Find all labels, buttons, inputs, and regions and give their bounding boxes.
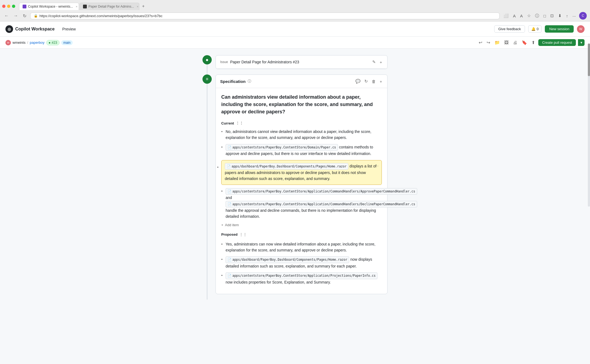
- proposed-item-2: 📄 apps/dashboard/PaperBoy.Dashboard/Comp…: [221, 256, 382, 269]
- add-item-label: Add item: [225, 223, 239, 227]
- proposed-section-label: Proposed ⋮⋮: [221, 232, 382, 237]
- tab-close-button[interactable]: ×: [76, 5, 77, 8]
- specification-comment-button[interactable]: 💬: [355, 78, 361, 85]
- airplay-button[interactable]: ⊡: [549, 12, 555, 19]
- bookmark-button[interactable]: 🔖: [521, 39, 528, 46]
- file-icon-p2: 📄: [228, 257, 231, 262]
- sub-header: W wmeints / paperboy ● #23 main ↩ ↪ 📁 🖼 …: [0, 37, 590, 49]
- preview-button[interactable]: Preview: [60, 25, 78, 33]
- user-avatar-small: W: [5, 40, 11, 45]
- proposed-item-2-code: 📄 apps/dashboard/PaperBoy.Dashboard/Comp…: [226, 256, 349, 263]
- breadcrumb-user: wmeints: [13, 41, 26, 45]
- specification-dot: ≡: [202, 74, 212, 84]
- current-item-4-suffix: handle the approval and decline commands…: [226, 208, 376, 219]
- file-icon-4a: 📄: [228, 189, 231, 194]
- breadcrumb-repo[interactable]: paperboy: [30, 41, 44, 45]
- header-nav: Preview: [60, 25, 489, 33]
- scrollbar-track[interactable]: [588, 43, 590, 207]
- translate-button[interactable]: A: [519, 13, 524, 19]
- notification-button[interactable]: 🔔 0: [528, 25, 542, 33]
- user-avatar[interactable]: W: [577, 25, 585, 33]
- url-text: https://copilot-workspace.githubnext.com…: [39, 14, 162, 18]
- current-item-2-code-ref: apps/contentstore/PaperBoy.ContentStore/…: [232, 145, 336, 150]
- proposed-item-3-suffix: now includes properties for Score, Expla…: [226, 280, 331, 284]
- specification-delete-button[interactable]: 🗑: [371, 78, 377, 85]
- forward-button[interactable]: →: [13, 13, 19, 19]
- breadcrumb-separator: /: [27, 41, 28, 45]
- bell-icon: 🔔: [531, 27, 536, 31]
- current-item-3-content: 📄 apps/dashboard/PaperBoy.Dashboard/Comp…: [225, 164, 376, 181]
- reader-button[interactable]: □: [542, 13, 547, 19]
- current-label-text: Current: [221, 121, 234, 125]
- current-item-4: 📄 apps/contentstore/PaperBoy.ContentStor…: [221, 188, 382, 220]
- star-button[interactable]: ☆: [526, 12, 532, 19]
- specification-card-header: Specification ⓘ 💬 ↻ 🗑 +: [216, 75, 387, 88]
- specification-refresh-button[interactable]: ↻: [364, 78, 369, 85]
- add-icon: +: [221, 223, 223, 227]
- issue-dot: ●: [202, 55, 212, 64]
- maximize-window-button[interactable]: [12, 5, 15, 8]
- proposed-items-list: Yes, administrators can now view detaile…: [221, 241, 382, 285]
- app-logo: ◎ Copilot Workspace: [5, 25, 55, 33]
- current-item-4-code-ref-2: apps/contentstore/PaperBoy.ContentStore/…: [232, 202, 415, 207]
- proposed-item-3-code: 📄 apps/contentstore/PaperBoy.ContentStor…: [226, 272, 377, 279]
- share-button[interactable]: ⬆: [530, 39, 536, 46]
- app-header: ◎ Copilot Workspace Preview Give feedbac…: [0, 21, 590, 37]
- minimize-window-button[interactable]: [7, 5, 10, 8]
- scrollbar-thumb[interactable]: [588, 43, 590, 76]
- print-button[interactable]: 🖨: [512, 39, 518, 46]
- tab-2-close-button[interactable]: ×: [137, 5, 138, 8]
- current-item-2-code: 📄 apps/contentstore/PaperBoy.ContentStor…: [226, 144, 338, 151]
- file-icon-4b: 📄: [228, 202, 231, 207]
- specification-question: Can administrators view detailed informa…: [221, 94, 382, 116]
- issue-card-header: Issue Paper Detail Page for Administrato…: [216, 55, 387, 69]
- current-item-1-text: No, administrators cannot view detailed …: [226, 129, 371, 140]
- give-feedback-button[interactable]: Give feedback: [494, 25, 525, 33]
- add-item-row[interactable]: + Add item: [221, 223, 382, 227]
- issue-edit-button[interactable]: ✎: [371, 59, 377, 65]
- tab-label-2: Paper Detail Page for Admins...: [88, 5, 134, 8]
- github-tab-favicon: [83, 5, 87, 8]
- folder-button[interactable]: 📁: [493, 39, 501, 46]
- create-pr-button[interactable]: Create pull request: [538, 39, 576, 46]
- specification-card-header-right: 💬 ↻ 🗑 +: [355, 78, 383, 85]
- redo-button[interactable]: ↪: [485, 39, 491, 46]
- issue-card: Issue Paper Detail Page for Administrato…: [216, 55, 388, 69]
- browser-chrome: Copilot Workspace - wmeints... × Paper D…: [0, 0, 590, 21]
- image-button[interactable]: 🖼: [503, 39, 510, 46]
- proposed-label-text: Proposed: [221, 232, 238, 237]
- extensions-button[interactable]: ⬜: [502, 12, 510, 19]
- security-button[interactable]: ⓘ: [534, 12, 540, 20]
- create-pr-dropdown-button[interactable]: ▾: [578, 39, 585, 46]
- back-button[interactable]: ←: [3, 13, 10, 19]
- app-name: Copilot Workspace: [15, 27, 55, 32]
- current-item-4-content: 📄 apps/contentstore/PaperBoy.ContentStor…: [226, 188, 382, 220]
- proposed-item-3-code-ref: apps/contentstore/PaperBoy.ContentStore/…: [232, 273, 376, 278]
- tab-github[interactable]: Paper Detail Page for Admins... ×: [79, 3, 139, 10]
- undo-button[interactable]: ↩: [478, 39, 483, 46]
- issue-more-button[interactable]: +: [379, 59, 383, 65]
- section-divider: Proposed ⋮⋮: [221, 232, 382, 237]
- download-button[interactable]: ⬇: [557, 12, 563, 19]
- more-button[interactable]: ···: [571, 13, 577, 19]
- browser-profile-icon[interactable]: C: [579, 12, 587, 20]
- current-section-label: Current ⋮⋮: [221, 121, 382, 125]
- issue-title: Paper Detail Page for Administrators #23: [230, 60, 299, 64]
- timeline: ● Issue Paper Detail Page for Administra…: [202, 55, 388, 300]
- close-window-button[interactable]: [2, 5, 5, 8]
- item-3-more-button[interactable]: ···: [375, 163, 379, 169]
- logo-icon: ◎: [5, 25, 13, 33]
- specification-more-button[interactable]: +: [379, 78, 383, 85]
- new-tab-button[interactable]: +: [140, 2, 147, 10]
- current-item-3-highlighted: • 📄 apps/dashboard/PaperBoy.Dashboard/Co…: [221, 160, 382, 185]
- new-session-button[interactable]: New session: [545, 25, 574, 33]
- current-item-3-wrapper: • 📄 apps/dashboard/PaperBoy.Dashboard/Co…: [221, 160, 382, 185]
- zoom-button[interactable]: A: [512, 13, 517, 19]
- issue-timeline-item: ● Issue Paper Detail Page for Administra…: [202, 55, 388, 69]
- current-item-1: No, administrators cannot view detailed …: [221, 129, 382, 141]
- sub-header-actions: ↩ ↪ 📁 🖼 🖨 🔖 ⬆ Create pull request ▾: [478, 39, 585, 46]
- refresh-button[interactable]: ↻: [22, 13, 27, 19]
- share-browser-button[interactable]: ↑: [565, 13, 569, 19]
- address-bar[interactable]: 🔒 https://copilot-workspace.githubnext.c…: [30, 13, 500, 19]
- tab-copilot-workspace[interactable]: Copilot Workspace - wmeints... ×: [19, 3, 79, 10]
